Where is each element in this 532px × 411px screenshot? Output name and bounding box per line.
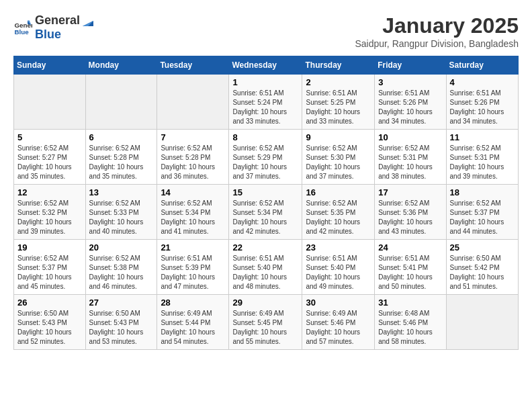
calendar-cell: 13Sunrise: 6:52 AM Sunset: 5:33 PM Dayli…	[85, 185, 157, 240]
title-area: January 2025 Saidpur, Rangpur Division, …	[355, 13, 519, 49]
day-number: 18	[450, 187, 515, 197]
logo-icon: General Blue	[13, 18, 32, 37]
subtitle: Saidpur, Rangpur Division, Bangladesh	[355, 38, 519, 49]
day-info: Sunrise: 6:51 AM Sunset: 5:26 PM Dayligh…	[378, 89, 442, 126]
day-number: 20	[89, 242, 154, 253]
calendar-cell: 5Sunrise: 6:52 AM Sunset: 5:27 PM Daylig…	[14, 130, 86, 185]
calendar-cell: 20Sunrise: 6:52 AM Sunset: 5:38 PM Dayli…	[85, 240, 157, 295]
calendar-cell: 6Sunrise: 6:52 AM Sunset: 5:28 PM Daylig…	[85, 130, 157, 185]
calendar-cell: 23Sunrise: 6:51 AM Sunset: 5:40 PM Dayli…	[302, 240, 375, 295]
day-number: 29	[232, 298, 298, 308]
calendar-cell: 30Sunrise: 6:49 AM Sunset: 5:46 PM Dayli…	[302, 295, 375, 350]
calendar-cell: 14Sunrise: 6:52 AM Sunset: 5:34 PM Dayli…	[157, 185, 229, 240]
day-number: 3	[378, 77, 442, 87]
day-number: 19	[17, 242, 82, 253]
day-number: 5	[17, 132, 82, 142]
day-number: 7	[161, 132, 225, 142]
day-info: Sunrise: 6:48 AM Sunset: 5:46 PM Dayligh…	[378, 309, 442, 347]
day-info: Sunrise: 6:52 AM Sunset: 5:33 PM Dayligh…	[89, 199, 154, 236]
page-header: General Blue General Blue January 2025 S…	[13, 13, 519, 49]
day-info: Sunrise: 6:52 AM Sunset: 5:30 PM Dayligh…	[306, 144, 371, 181]
day-number: 14	[161, 187, 225, 197]
logo: General Blue General Blue	[13, 13, 95, 42]
calendar-week-row: 26Sunrise: 6:50 AM Sunset: 5:43 PM Dayli…	[14, 295, 519, 350]
day-number: 12	[17, 187, 82, 197]
day-info: Sunrise: 6:51 AM Sunset: 5:39 PM Dayligh…	[161, 254, 225, 291]
weekday-header-wednesday: Wednesday	[229, 56, 302, 75]
calendar-cell: 28Sunrise: 6:49 AM Sunset: 5:44 PM Dayli…	[157, 295, 229, 350]
day-number: 2	[306, 77, 371, 87]
day-info: Sunrise: 6:52 AM Sunset: 5:28 PM Dayligh…	[161, 144, 225, 181]
calendar-cell: 10Sunrise: 6:52 AM Sunset: 5:31 PM Dayli…	[375, 130, 446, 185]
day-number: 8	[232, 132, 298, 142]
day-number: 1	[232, 77, 298, 87]
calendar-cell: 19Sunrise: 6:52 AM Sunset: 5:37 PM Dayli…	[14, 240, 86, 295]
day-number: 27	[89, 298, 154, 308]
day-info: Sunrise: 6:50 AM Sunset: 5:43 PM Dayligh…	[17, 309, 82, 347]
weekday-header-friday: Friday	[375, 56, 446, 75]
day-number: 30	[306, 298, 371, 308]
logo-text-blue: Blue	[35, 28, 95, 42]
day-number: 9	[306, 132, 371, 142]
calendar-cell: 12Sunrise: 6:52 AM Sunset: 5:32 PM Dayli…	[14, 185, 86, 240]
calendar-week-row: 19Sunrise: 6:52 AM Sunset: 5:37 PM Dayli…	[14, 240, 519, 295]
day-info: Sunrise: 6:50 AM Sunset: 5:42 PM Dayligh…	[450, 254, 515, 291]
calendar-cell: 11Sunrise: 6:52 AM Sunset: 5:31 PM Dayli…	[446, 130, 518, 185]
day-number: 13	[89, 187, 154, 197]
day-info: Sunrise: 6:51 AM Sunset: 5:26 PM Dayligh…	[450, 89, 515, 126]
calendar-cell: 25Sunrise: 6:50 AM Sunset: 5:42 PM Dayli…	[446, 240, 518, 295]
calendar-cell	[157, 75, 229, 130]
calendar-cell: 27Sunrise: 6:50 AM Sunset: 5:43 PM Dayli…	[85, 295, 157, 350]
day-number: 24	[378, 242, 442, 253]
calendar-week-row: 5Sunrise: 6:52 AM Sunset: 5:27 PM Daylig…	[14, 130, 519, 185]
calendar-cell: 4Sunrise: 6:51 AM Sunset: 5:26 PM Daylig…	[446, 75, 518, 130]
day-info: Sunrise: 6:51 AM Sunset: 5:25 PM Dayligh…	[306, 89, 371, 126]
day-info: Sunrise: 6:52 AM Sunset: 5:29 PM Dayligh…	[232, 144, 298, 181]
calendar-cell: 7Sunrise: 6:52 AM Sunset: 5:28 PM Daylig…	[157, 130, 229, 185]
calendar-cell: 3Sunrise: 6:51 AM Sunset: 5:26 PM Daylig…	[375, 75, 446, 130]
weekday-header-row: SundayMondayTuesdayWednesdayThursdayFrid…	[14, 56, 519, 75]
day-number: 16	[306, 187, 371, 197]
day-number: 25	[450, 242, 515, 253]
calendar-cell: 21Sunrise: 6:51 AM Sunset: 5:39 PM Dayli…	[157, 240, 229, 295]
calendar-cell	[14, 75, 86, 130]
day-info: Sunrise: 6:52 AM Sunset: 5:31 PM Dayligh…	[378, 144, 442, 181]
calendar-cell: 29Sunrise: 6:49 AM Sunset: 5:45 PM Dayli…	[229, 295, 302, 350]
svg-text:Blue: Blue	[14, 28, 29, 36]
day-number: 26	[17, 298, 82, 308]
logo-triangle-icon	[81, 14, 95, 28]
day-info: Sunrise: 6:52 AM Sunset: 5:38 PM Dayligh…	[89, 254, 154, 291]
day-number: 6	[89, 132, 154, 142]
day-info: Sunrise: 6:49 AM Sunset: 5:46 PM Dayligh…	[306, 309, 371, 347]
calendar-cell: 17Sunrise: 6:52 AM Sunset: 5:36 PM Dayli…	[375, 185, 446, 240]
calendar-cell: 31Sunrise: 6:48 AM Sunset: 5:46 PM Dayli…	[375, 295, 446, 350]
day-info: Sunrise: 6:52 AM Sunset: 5:35 PM Dayligh…	[306, 199, 371, 236]
main-title: January 2025	[355, 13, 519, 38]
day-info: Sunrise: 6:52 AM Sunset: 5:37 PM Dayligh…	[450, 199, 515, 236]
day-number: 28	[161, 298, 225, 308]
calendar-cell: 22Sunrise: 6:51 AM Sunset: 5:40 PM Dayli…	[229, 240, 302, 295]
day-number: 4	[450, 77, 515, 87]
day-info: Sunrise: 6:52 AM Sunset: 5:37 PM Dayligh…	[17, 254, 82, 291]
calendar-week-row: 1Sunrise: 6:51 AM Sunset: 5:24 PM Daylig…	[14, 75, 519, 130]
weekday-header-saturday: Saturday	[446, 56, 518, 75]
day-info: Sunrise: 6:52 AM Sunset: 5:27 PM Dayligh…	[17, 144, 82, 181]
calendar-cell	[85, 75, 157, 130]
calendar-cell: 26Sunrise: 6:50 AM Sunset: 5:43 PM Dayli…	[14, 295, 86, 350]
calendar-cell: 8Sunrise: 6:52 AM Sunset: 5:29 PM Daylig…	[229, 130, 302, 185]
calendar-cell: 9Sunrise: 6:52 AM Sunset: 5:30 PM Daylig…	[302, 130, 375, 185]
day-info: Sunrise: 6:52 AM Sunset: 5:36 PM Dayligh…	[378, 199, 442, 236]
day-number: 17	[378, 187, 442, 197]
day-number: 22	[232, 242, 298, 253]
weekday-header-tuesday: Tuesday	[157, 56, 229, 75]
calendar-week-row: 12Sunrise: 6:52 AM Sunset: 5:32 PM Dayli…	[14, 185, 519, 240]
day-number: 10	[378, 132, 442, 142]
day-number: 15	[232, 187, 298, 197]
weekday-header-thursday: Thursday	[302, 56, 375, 75]
day-info: Sunrise: 6:52 AM Sunset: 5:32 PM Dayligh…	[17, 199, 82, 236]
day-info: Sunrise: 6:52 AM Sunset: 5:28 PM Dayligh…	[89, 144, 154, 181]
weekday-header-sunday: Sunday	[14, 56, 86, 75]
calendar-cell: 16Sunrise: 6:52 AM Sunset: 5:35 PM Dayli…	[302, 185, 375, 240]
day-info: Sunrise: 6:51 AM Sunset: 5:40 PM Dayligh…	[306, 254, 371, 291]
calendar-cell: 18Sunrise: 6:52 AM Sunset: 5:37 PM Dayli…	[446, 185, 518, 240]
